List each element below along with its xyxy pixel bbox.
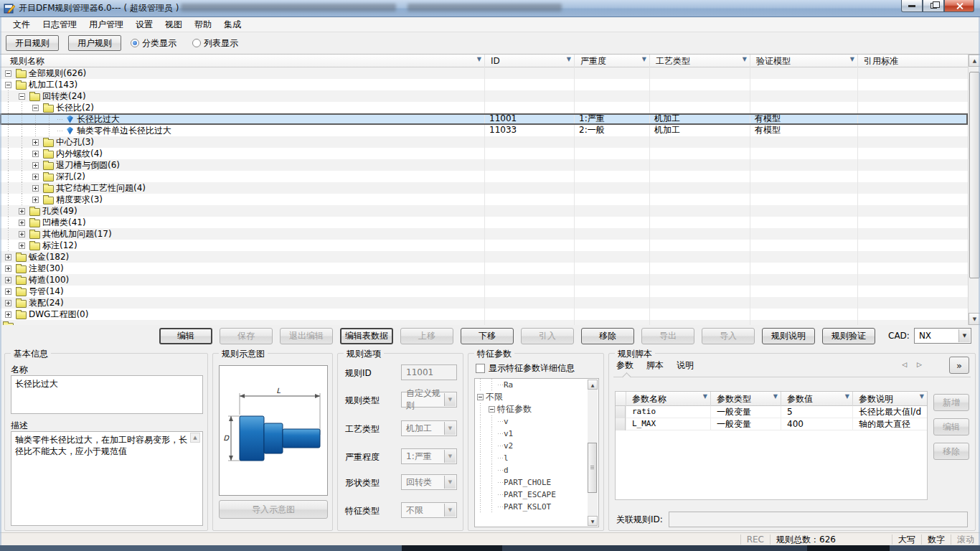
tree-row[interactable]: 长径比过大110011:严重机加工有模型 xyxy=(0,113,968,125)
menu-item-0[interactable]: 文件 xyxy=(13,19,30,31)
description-input[interactable]: 轴类零件长径比过大，在加工时容易变形，长径比不能太大，应小于规范值 xyxy=(11,431,203,526)
collapse-icon[interactable] xyxy=(32,105,39,111)
expand-icon[interactable] xyxy=(32,174,39,180)
feature-tree-item[interactable]: l xyxy=(475,452,598,464)
expand-icon[interactable] xyxy=(32,185,39,192)
dropdown-arrow-icon[interactable] xyxy=(958,329,970,342)
param-row[interactable]: L_MAX一般变量400轴的最大直径 xyxy=(616,418,927,430)
param-column-header-3[interactable]: 参数说明 xyxy=(852,392,927,406)
action-button-2[interactable]: 退出编辑 xyxy=(280,328,333,344)
option-select-2[interactable]: 机加工 xyxy=(401,420,457,436)
action-button-5[interactable]: 下移 xyxy=(461,328,514,344)
param-edit-button[interactable]: 编辑 xyxy=(933,418,969,435)
feature-params-scrollbar[interactable] xyxy=(588,380,598,526)
tree-row[interactable]: 回转类(24) xyxy=(0,90,968,102)
tree-row[interactable]: 注塑(30) xyxy=(0,263,968,274)
column-header-0[interactable]: 规则名称 xyxy=(0,55,484,67)
scroll-up-icon[interactable] xyxy=(190,433,200,443)
option-select-3[interactable]: 1:严重 xyxy=(401,448,457,464)
tree-row[interactable]: 深孔(2) xyxy=(0,171,968,182)
sort-dropdown-icon[interactable] xyxy=(773,393,778,400)
menu-item-3[interactable]: 设置 xyxy=(136,19,153,31)
column-header-4[interactable]: 验证模型 xyxy=(750,55,857,67)
expand-icon[interactable] xyxy=(32,197,39,203)
scrollbar-thumb[interactable] xyxy=(588,443,597,493)
import-diagram-button[interactable]: 导入示意图 xyxy=(219,500,328,519)
tree-row[interactable]: 标注(12) xyxy=(0,240,968,251)
tree-row[interactable]: 中心孔(3) xyxy=(0,136,968,148)
action-button-10[interactable]: 规则说明 xyxy=(762,328,815,344)
action-button-4[interactable]: 上移 xyxy=(400,328,453,344)
tab-0[interactable]: 参数 xyxy=(616,359,633,372)
collapse-icon[interactable] xyxy=(5,70,11,77)
tree-row[interactable]: 铸造(100) xyxy=(0,274,968,286)
option-select-4[interactable]: 回转类 xyxy=(401,474,457,490)
param-row-selector[interactable] xyxy=(616,406,626,418)
expand-icon[interactable] xyxy=(5,300,11,306)
minimize-button[interactable] xyxy=(901,0,923,12)
action-button-11[interactable]: 规则验证 xyxy=(822,328,875,344)
tree-row[interactable] xyxy=(0,320,968,325)
expand-icon[interactable] xyxy=(19,231,25,237)
menu-item-1[interactable]: 日志管理 xyxy=(42,19,77,31)
param-add-button[interactable]: 新增 xyxy=(933,394,969,411)
scroll-up-icon[interactable] xyxy=(588,380,598,390)
tree-row[interactable]: 导管(14) xyxy=(0,286,968,297)
column-header-5[interactable]: 引用标准 xyxy=(857,55,980,67)
feature-tree-item[interactable]: PART_ESCAPE xyxy=(475,489,598,501)
show-details-checkbox[interactable]: 显示特征参数详细信息 xyxy=(476,362,575,375)
scroll-down-icon[interactable] xyxy=(588,516,598,526)
menu-item-2[interactable]: 用户管理 xyxy=(89,19,123,31)
option-select-1[interactable]: 自定义规则 xyxy=(401,392,457,408)
action-button-7[interactable]: 移除 xyxy=(581,328,634,344)
column-header-2[interactable]: 严重度 xyxy=(574,55,649,67)
feature-tree-item[interactable]: v1 xyxy=(475,428,598,440)
param-column-header-1[interactable]: 参数类型 xyxy=(710,392,781,406)
tree-row[interactable]: 其它结构工艺性问题(4) xyxy=(0,182,968,194)
feature-tree-item[interactable]: 不限 xyxy=(475,391,598,403)
collapse-icon[interactable] xyxy=(489,406,495,413)
feature-tree-item[interactable]: PART_CHOLE xyxy=(475,476,598,489)
param-row[interactable]: ratio一般变量5长径比最大值l/d xyxy=(616,406,927,418)
param-column-header-2[interactable]: 参数值 xyxy=(781,392,852,406)
collapse-icon[interactable] xyxy=(477,394,484,400)
tree-row[interactable]: 装配(24) xyxy=(0,297,968,309)
menu-item-4[interactable]: 视图 xyxy=(165,19,182,31)
action-button-8[interactable]: 导出 xyxy=(641,328,694,344)
name-input[interactable]: 长径比过大 xyxy=(11,375,203,414)
sort-dropdown-icon[interactable] xyxy=(850,56,854,62)
collapse-icon[interactable] xyxy=(19,93,25,100)
sort-dropdown-icon[interactable] xyxy=(567,56,571,62)
param-column-header-0[interactable]: 参数名称 xyxy=(626,392,710,406)
menu-item-5[interactable]: 帮助 xyxy=(194,19,212,31)
expand-icon[interactable] xyxy=(32,139,39,146)
tab-2[interactable]: 说明 xyxy=(677,359,694,372)
param-row-selector[interactable] xyxy=(616,418,626,430)
user-rules-button[interactable]: 用户规则 xyxy=(68,35,121,51)
related-rule-input[interactable] xyxy=(669,512,968,527)
km-rules-button[interactable]: 开目规则 xyxy=(6,35,59,51)
feature-tree-item[interactable]: Ra xyxy=(475,379,598,391)
expand-icon[interactable] xyxy=(32,151,39,157)
radio-list-display[interactable]: 列表显示 xyxy=(192,37,238,50)
feature-tree-item[interactable]: PART_KSLOT xyxy=(475,501,598,513)
sort-dropdown-icon[interactable] xyxy=(642,56,646,62)
expand-icon[interactable] xyxy=(5,311,11,318)
feature-tree-item[interactable]: 特征参数 xyxy=(475,403,598,415)
sort-dropdown-icon[interactable] xyxy=(703,393,707,400)
radio-category-display[interactable]: 分类显示 xyxy=(131,37,176,50)
tree-row[interactable]: 其他机加问题(17) xyxy=(0,228,968,240)
tree-row[interactable]: 精度要求(3) xyxy=(0,194,968,205)
close-button[interactable] xyxy=(944,0,974,12)
tree-row[interactable]: 凹槽类(41) xyxy=(0,217,968,228)
tree-row[interactable]: 钣金(182) xyxy=(0,251,968,263)
tree-row[interactable]: 机加工(143) xyxy=(0,79,968,90)
menu-item-6[interactable]: 集成 xyxy=(224,19,241,31)
action-button-3[interactable]: 编辑表数据 xyxy=(340,328,393,344)
tree-row[interactable]: 全部规则(626) xyxy=(0,67,968,79)
tab-next-icon[interactable] xyxy=(917,361,922,368)
expand-icon[interactable] xyxy=(19,242,25,249)
tree-row[interactable]: 长径比(2) xyxy=(0,102,968,113)
feature-tree-item[interactable]: v2 xyxy=(475,440,598,452)
feature-tree-item[interactable]: v xyxy=(475,415,598,428)
